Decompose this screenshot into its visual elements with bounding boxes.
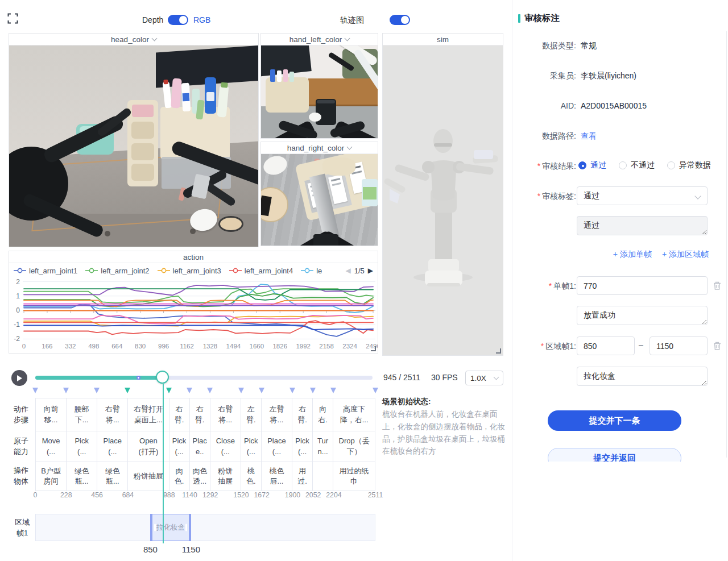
step-cell[interactable]: 向 右.: [313, 398, 333, 431]
timeline-marker[interactable]: [330, 388, 336, 393]
step-cell[interactable]: 右 臂.: [169, 398, 190, 431]
step-cell[interactable]: 肉色 透...: [190, 462, 210, 491]
timeline-marker[interactable]: [289, 388, 295, 393]
progress-handle[interactable]: [156, 371, 169, 384]
region-end-input[interactable]: [650, 336, 708, 355]
hand-left-selector[interactable]: hand_left_color: [261, 34, 378, 45]
action-chart-title: action: [9, 251, 378, 263]
speed-select[interactable]: 1.0X: [465, 371, 503, 385]
fps-label: 30 FPS: [431, 373, 458, 382]
timeline-marker[interactable]: [166, 388, 172, 393]
step-cell[interactable]: 高度下 降，右...: [333, 398, 375, 431]
submit-next-button[interactable]: 提交并下一条: [548, 410, 681, 431]
region-segment-handle-left[interactable]: [154, 524, 156, 531]
step-cell[interactable]: 桃 色.: [241, 462, 262, 491]
trajectory-toggle[interactable]: [390, 15, 410, 25]
step-cell[interactable]: 用过的纸 巾: [333, 462, 375, 491]
step-cell[interactable]: Place (...: [97, 431, 128, 462]
step-cell[interactable]: 左臂 将...: [262, 398, 292, 431]
timeline-marker[interactable]: [63, 388, 69, 393]
progress-track[interactable]: [35, 376, 373, 380]
chevron-down-icon: [494, 375, 499, 380]
timeline-marker[interactable]: [373, 388, 378, 393]
legend-prev-icon[interactable]: ◀: [345, 267, 350, 275]
step-cell[interactable]: 绿色 瓶...: [97, 462, 128, 491]
resize-handle[interactable]: [371, 346, 376, 351]
legend-item[interactable]: left_arm_joint4: [229, 267, 293, 275]
step-cell[interactable]: 右臂 将...: [97, 398, 128, 431]
review-result-option[interactable]: 异常数据: [667, 160, 711, 171]
timeline-marker[interactable]: [207, 388, 213, 393]
timeline-marker[interactable]: [187, 388, 192, 393]
review-result-option[interactable]: 通过: [578, 160, 606, 171]
step-cell[interactable]: [313, 462, 333, 491]
legend-item[interactable]: left_arm_joint1: [14, 267, 77, 275]
region-segment-handle-right[interactable]: [185, 524, 187, 531]
data-path-view-link[interactable]: 查看: [581, 131, 597, 142]
legend-item[interactable]: le: [301, 267, 322, 275]
step-cell[interactable]: Pick (...: [241, 431, 262, 462]
step-cell[interactable]: Place (...: [262, 431, 292, 462]
step-cell[interactable]: 肉 色.: [169, 462, 190, 491]
add-region-frame-link[interactable]: + 添加区域帧: [662, 250, 709, 260]
step-cell[interactable]: Move (...: [36, 431, 67, 462]
scene-initial-state-title: 场景初始状态:: [382, 396, 511, 408]
timeline-marker[interactable]: [125, 388, 130, 393]
step-cell[interactable]: 粉饼 抽屉: [210, 462, 241, 491]
required-asterisk: *: [537, 192, 540, 201]
timeline-marker[interactable]: [32, 388, 38, 393]
x-tick-label: 1826: [272, 343, 287, 350]
region-frame-note[interactable]: 拉化妆盒: [577, 367, 708, 386]
sim-title-text: sim: [437, 35, 449, 44]
aid-value: A2D0015AB00015: [581, 101, 647, 110]
depth-rgb-toggle[interactable]: [168, 15, 188, 25]
step-cell[interactable]: Pick (...: [292, 431, 313, 462]
region-start-input[interactable]: [577, 336, 635, 355]
play-button[interactable]: [11, 370, 27, 386]
step-cell[interactable]: 向前 移...: [36, 398, 67, 431]
region-frame-segment[interactable]: 拉化妆盒: [150, 514, 191, 541]
timeline-marker[interactable]: [259, 388, 264, 393]
step-cell[interactable]: 右 臂.: [292, 398, 313, 431]
head-camera-selector[interactable]: head_color: [9, 34, 258, 45]
step-cell[interactable]: Pick (...: [169, 431, 190, 462]
step-cell[interactable]: Pick (...: [67, 431, 97, 462]
step-cell[interactable]: 右臂 将...: [210, 398, 241, 431]
step-cell[interactable]: Close (...: [210, 431, 241, 462]
hand-right-selector[interactable]: hand_right_color: [261, 142, 378, 154]
single-frame-input[interactable]: [577, 276, 708, 295]
fullscreen-icon[interactable]: [7, 13, 18, 24]
legend-item[interactable]: left_arm_joint3: [158, 267, 221, 275]
step-cell[interactable]: B户型 房间: [36, 462, 67, 491]
timeline-marker[interactable]: [238, 388, 244, 393]
collector-value: 李轶晨(liyichen): [581, 71, 636, 81]
delete-region-frame-icon[interactable]: [713, 341, 722, 351]
resize-handle[interactable]: [496, 348, 501, 354]
trajectory-label: 轨迹图: [340, 15, 364, 26]
region-frame-bar[interactable]: 拉化妆盒: [35, 514, 375, 541]
review-tag-select[interactable]: 通过: [577, 186, 708, 205]
step-cell[interactable]: 用 过.: [292, 462, 313, 491]
x-tick-label: 498: [88, 343, 99, 350]
step-cell[interactable]: 绿色 瓶...: [67, 462, 97, 491]
row-label-object: 操作 物体: [8, 462, 34, 490]
step-cell[interactable]: 腰部 下...: [67, 398, 97, 431]
timeline-marker[interactable]: [94, 388, 100, 393]
step-cell[interactable]: Plac e..: [190, 431, 210, 462]
single-frame-note[interactable]: 放置成功: [577, 306, 708, 325]
review-result-option[interactable]: 不通过: [619, 160, 655, 171]
step-cell[interactable]: Drop（丢 下）: [333, 431, 375, 462]
step-cell[interactable]: 右 臂.: [190, 398, 210, 431]
review-tag-note[interactable]: 通过: [577, 216, 708, 235]
timeline-marker[interactable]: [310, 388, 316, 393]
add-single-frame-link[interactable]: + 添加单帧: [613, 250, 652, 260]
legend-next-icon[interactable]: ▶: [368, 267, 373, 275]
required-asterisk: *: [537, 161, 540, 171]
step-cell[interactable]: 桃色 唇...: [262, 462, 292, 491]
head-camera-title: head_color: [111, 35, 149, 44]
step-cell[interactable]: Tur n...: [313, 431, 333, 462]
legend-item[interactable]: left_arm_joint2: [85, 267, 149, 275]
delete-single-frame-icon[interactable]: [713, 281, 722, 290]
submit-back-button[interactable]: 提交并返回: [548, 448, 681, 462]
step-cell[interactable]: 左 臂.: [241, 398, 262, 431]
